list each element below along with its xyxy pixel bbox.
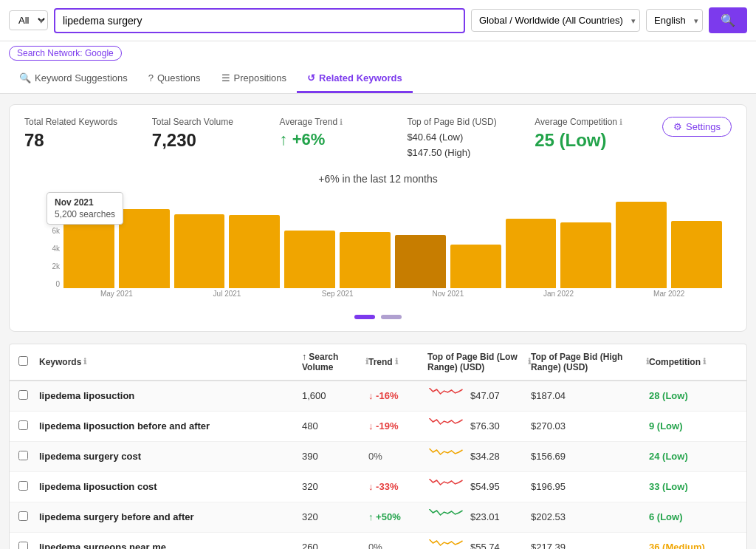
row-trend: 0%: [368, 542, 427, 549]
row-sparkline-bidhigh: $54.95: [427, 479, 531, 495]
tab-related-keywords[interactable]: ↺ Related Keywords: [297, 65, 413, 93]
row-sparkline-bidhigh: $34.28: [427, 449, 531, 465]
row-checkbox: [18, 542, 39, 549]
search-input[interactable]: [54, 8, 465, 33]
row-competition: 33 (Low): [649, 481, 738, 492]
table-section: Keywords ℹ ↑ Search Volume ℹ Trend ℹ Top…: [9, 344, 747, 549]
location-select[interactable]: Global / Worldwide (All Countries): [471, 9, 640, 32]
row-check-1[interactable]: [18, 420, 28, 430]
location-select-wrapper: Global / Worldwide (All Countries): [471, 9, 640, 32]
row-sparkline-bidhigh: $23.01: [427, 509, 531, 525]
stats-row: Total Related Keywords 78 Total Search V…: [24, 117, 732, 161]
language-select[interactable]: English: [646, 9, 703, 32]
x-label-nov: Nov 2021: [393, 290, 504, 298]
row-keyword: lipedema liposuction cost: [39, 481, 302, 492]
search-button[interactable]: 🔍: [709, 7, 747, 33]
chart-inner: 10k 8k 6k 4k 2k 0: [32, 192, 724, 288]
x-label-mar: Mar 2022: [614, 290, 724, 298]
gear-icon: ⚙: [673, 121, 682, 132]
stats-card: Total Related Keywords 78 Total Search V…: [9, 104, 747, 332]
header-competition: Competition ℹ: [649, 357, 738, 367]
row-checkbox: [18, 481, 39, 493]
row-competition: 36 (Medium): [649, 542, 738, 549]
row-search-volume: 320: [302, 511, 368, 522]
tab-questions[interactable]: ? Questions: [138, 65, 211, 93]
info-icon-keywords: ℹ: [83, 357, 86, 366]
row-search-volume: 480: [302, 420, 368, 432]
row-bid-high: $202.53: [531, 511, 649, 522]
trend-arrow: ↑: [280, 130, 292, 149]
chart-title: +6% in the last 12 months: [24, 173, 732, 185]
row-bid-high: $196.95: [531, 481, 649, 492]
row-competition: 28 (Low): [649, 390, 738, 401]
bar-3: [227, 192, 282, 288]
table-row: lipedema surgery before and after 320 ↑ …: [10, 502, 746, 533]
row-keyword: lipedema liposuction: [39, 390, 302, 401]
select-all-checkbox[interactable]: [18, 356, 28, 366]
row-check-2[interactable]: [18, 451, 28, 460]
bar-11: [669, 192, 724, 288]
info-icon-trend-col: ℹ: [395, 357, 398, 366]
table-row: lipedema surgeons near me 260 0% $55.74 …: [10, 533, 746, 549]
chart-legend: [24, 315, 732, 319]
stat-total-keywords: Total Related Keywords 78: [24, 117, 152, 151]
main-content: Total Related Keywords 78 Total Search V…: [0, 94, 756, 549]
row-trend: 0%: [368, 451, 427, 462]
header-keywords: Keywords ℹ: [39, 357, 302, 367]
stat-avg-trend: Average Trend ℹ ↑ +6%: [280, 117, 408, 149]
row-trend: ↓ -16%: [368, 390, 427, 401]
stat-top-bid: Top of Page Bid (USD) $40.64 (Low) $147.…: [407, 117, 535, 161]
row-trend: ↓ -19%: [368, 420, 427, 432]
row-bid-high: $187.04: [531, 390, 649, 401]
row-check-3[interactable]: [18, 481, 28, 491]
legend-secondary: [381, 315, 402, 319]
x-label-jan: Jan 2022: [504, 290, 614, 298]
row-keyword: lipedema surgery before and after: [39, 511, 302, 522]
row-keyword: lipedema surgeons near me: [39, 542, 302, 549]
bar-5: [337, 192, 393, 288]
bar-4: [282, 192, 337, 288]
x-label-sep: Sep 2021: [282, 290, 393, 298]
settings-button[interactable]: ⚙ Settings: [662, 117, 732, 137]
network-badge[interactable]: Search Network: Google: [9, 46, 122, 61]
stat-avg-competition: Average Competition ℹ 25 (Low): [535, 117, 662, 151]
bar-6: [393, 192, 448, 288]
header-bid-high: Top of Page Bid (High Range) (USD) ℹ: [531, 352, 649, 372]
row-check-5[interactable]: [18, 542, 28, 549]
row-keyword: lipedema surgery cost: [39, 451, 302, 462]
legend-primary: [354, 315, 375, 319]
row-search-volume: 320: [302, 481, 368, 492]
x-labels: May 2021 Jul 2021 Sep 2021 Nov 2021 Jan …: [32, 290, 724, 298]
row-bid-high: $270.03: [531, 420, 649, 432]
row-trend: ↓ -33%: [368, 481, 427, 492]
stat-total-volume: Total Search Volume 7,230: [152, 117, 280, 151]
row-search-volume: 390: [302, 451, 368, 462]
row-competition: 6 (Low): [649, 511, 738, 522]
table-rows-container: lipedema liposuction 1,600 ↓ -16% $47.07…: [10, 381, 746, 549]
row-sparkline-bidhigh: $55.74: [427, 539, 531, 549]
prepositions-tab-icon: ☰: [221, 72, 230, 83]
row-check-4[interactable]: [18, 511, 28, 521]
row-check-0[interactable]: [18, 390, 28, 400]
row-checkbox: [18, 511, 39, 523]
row-competition: 24 (Low): [649, 451, 738, 462]
x-label-jul: Jul 2021: [172, 290, 283, 298]
tab-prepositions[interactable]: ☰ Prepositions: [211, 65, 298, 93]
network-bar: Search Network: Google: [0, 41, 756, 65]
top-bar: All Global / Worldwide (All Countries) E…: [0, 0, 756, 41]
row-sparkline-bidhigh: $76.30: [427, 418, 531, 434]
search-tab-icon: 🔍: [19, 72, 31, 83]
row-bid-high: $217.39: [531, 542, 649, 549]
tooltip-value: 5,200 searches: [55, 209, 115, 219]
header-search-volume: ↑ Search Volume ℹ: [302, 352, 368, 372]
tabs-container: 🔍 Keyword Suggestions ? Questions ☰ Prep…: [0, 65, 756, 94]
table-header: Keywords ℹ ↑ Search Volume ℹ Trend ℹ Top…: [10, 344, 746, 381]
row-trend: ↑ +50%: [368, 511, 427, 522]
row-search-volume: 260: [302, 542, 368, 549]
bar-10: [614, 192, 669, 288]
table-row: lipedema liposuction 1,600 ↓ -16% $47.07…: [10, 381, 746, 412]
table-row: lipedema liposuction cost 320 ↓ -33% $54…: [10, 472, 746, 502]
tab-keyword-suggestions[interactable]: 🔍 Keyword Suggestions: [9, 65, 138, 93]
filter-select[interactable]: All: [9, 10, 48, 30]
row-competition: 9 (Low): [649, 420, 738, 432]
